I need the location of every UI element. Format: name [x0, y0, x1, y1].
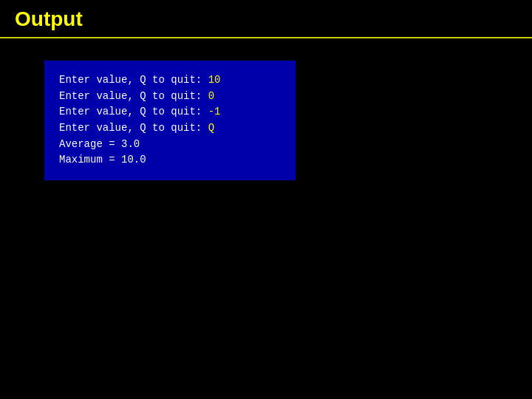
line1-prefix: Enter value, Q to quit:: [59, 74, 208, 86]
main-content: Enter value, Q to quit: 10 Enter value, …: [0, 38, 532, 202]
page-title: Output: [15, 7, 83, 30]
line4-prefix: Enter value, Q to quit:: [59, 122, 208, 134]
line2-value: 0: [208, 90, 214, 102]
line3-value: -1: [208, 106, 221, 117]
terminal-line-3: Enter value, Q to quit: -1: [59, 104, 281, 120]
line1-value: 10: [208, 74, 221, 86]
line3-prefix: Enter value, Q to quit:: [59, 106, 208, 117]
terminal-output: Enter value, Q to quit: 10 Enter value, …: [44, 61, 296, 180]
line4-value: Q: [208, 122, 214, 134]
maximum-label: Maximum =: [59, 154, 121, 166]
terminal-average: Average = 3.0: [59, 137, 281, 153]
terminal-line-2: Enter value, Q to quit: 0: [59, 89, 281, 105]
terminal-line-1: Enter value, Q to quit: 10: [59, 72, 281, 89]
page-header: Output: [0, 0, 532, 38]
average-value: 3.0: [121, 138, 140, 150]
terminal-line-4: Enter value, Q to quit: Q: [59, 120, 281, 137]
line2-prefix: Enter value, Q to quit:: [59, 90, 208, 102]
average-label: Average =: [59, 138, 121, 150]
maximum-value: 10.0: [121, 154, 146, 166]
terminal-maximum: Maximum = 10.0: [59, 152, 281, 168]
